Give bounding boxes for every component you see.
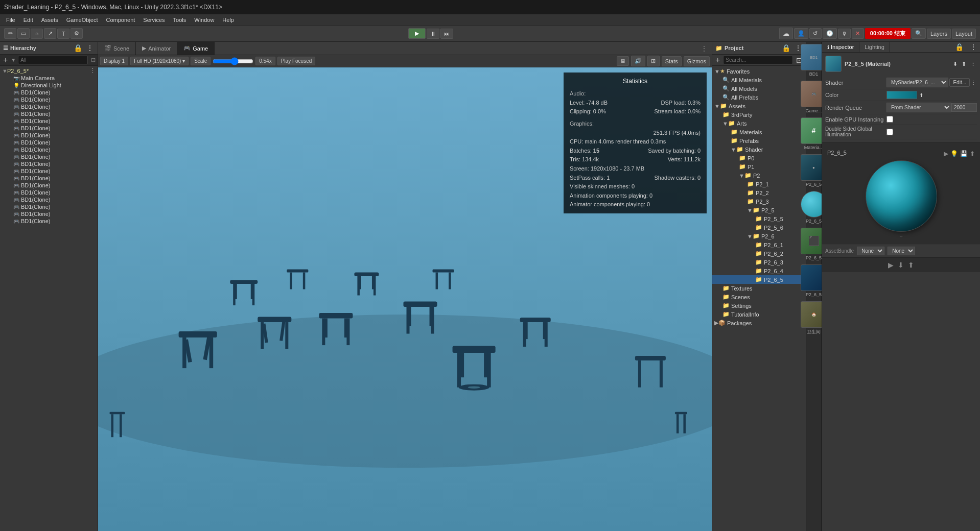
color-swatch[interactable] — [886, 91, 917, 99]
search-button[interactable]: 🔍 — [912, 28, 926, 39]
tree-item-bd1-10[interactable]: 🎮BD1(Clone) — [6, 153, 98, 160]
menu-gameobject[interactable]: GameObject — [62, 16, 102, 24]
tool-text[interactable]: T — [57, 29, 69, 39]
tree-item-bd1-7[interactable]: 🎮BD1(Clone) — [6, 132, 98, 139]
project-shader[interactable]: ▼ 📁 Shader — [712, 145, 806, 154]
game-play-focused[interactable]: Play Focused — [277, 57, 316, 65]
tab-scene[interactable]: 🎬 Scene — [98, 42, 136, 55]
tool-rect[interactable]: ▭ — [17, 28, 30, 39]
preview-play-btn[interactable]: ▶ — [944, 150, 948, 157]
project-p2-6-3[interactable]: 📁P2_6_3 — [712, 258, 806, 267]
tree-item-dir-light[interactable]: 💡 Directional Light — [6, 82, 98, 89]
timer-button[interactable]: 00:00:00 结束 — [865, 28, 911, 39]
menu-edit[interactable]: Edit — [19, 16, 37, 24]
project-p2-5-5[interactable]: 📁P2_5_5 — [712, 214, 806, 223]
shader-dropdown[interactable]: MyShader/P2_6_... — [886, 78, 948, 87]
inspector-menu-btn[interactable]: ⋮ — [967, 42, 980, 52]
tool-move[interactable]: ↗ — [44, 28, 56, 39]
project-p2-2[interactable]: 📁P2_2 — [712, 188, 806, 197]
play-button[interactable]: ▶ — [408, 28, 426, 39]
game-resolution-selector[interactable]: Full HD (1920x1080) ▾ — [130, 57, 189, 65]
project-scenes[interactable]: 📁Scenes — [712, 293, 806, 301]
project-p2-5-6[interactable]: 📁P2_5_6 — [712, 223, 806, 232]
shader-expand-btn[interactable]: ⋮ — [970, 80, 977, 85]
material-import-btn[interactable]: ⬇ — [952, 61, 959, 67]
collab-button[interactable]: ☁ — [779, 28, 793, 39]
project-p2-5[interactable]: ▼ 📁P2_5 — [712, 206, 806, 214]
hierarchy-menu-btn[interactable]: ⋮ — [85, 44, 95, 52]
tree-item-bd1-15[interactable]: 🎮BD1(Clone) — [6, 189, 98, 196]
project-p1[interactable]: 📁P1 — [712, 162, 806, 171]
tool-circle[interactable]: ○ — [31, 29, 43, 39]
insp-bottom-btn2[interactable]: ⬇ — [898, 261, 904, 269]
project-materials[interactable]: 📁 Materials — [712, 128, 806, 136]
tree-item-bd1-16[interactable]: 🎮BD1(Clone) — [6, 196, 98, 203]
game-vr-btn[interactable]: 🖥 — [617, 56, 629, 66]
project-p2-6[interactable]: ▼ 📁P2_6 — [712, 232, 806, 240]
tree-item-bd1-19[interactable]: 🎮BD1(Clone) — [6, 218, 98, 225]
tree-item-bd1-14[interactable]: 🎮BD1(Clone) — [6, 182, 98, 189]
menu-tools[interactable]: Tools — [169, 16, 191, 24]
menu-window[interactable]: Window — [190, 16, 218, 24]
project-all-models[interactable]: 🔍 All Models — [712, 84, 806, 93]
project-p2[interactable]: ▼ 📁P2 — [712, 171, 806, 180]
render-queue-value[interactable] — [951, 103, 977, 112]
menu-help[interactable]: Help — [218, 16, 238, 24]
gpu-instancing-checkbox[interactable] — [886, 116, 893, 123]
tree-item-bd1-8[interactable]: 🎮BD1(Clone) — [6, 139, 98, 146]
mic-button[interactable]: 🎙 — [838, 29, 851, 39]
project-search-input[interactable] — [723, 56, 793, 64]
close-button2[interactable]: ✕ — [852, 28, 864, 39]
hierarchy-add-object-btn[interactable]: + — [2, 56, 9, 65]
tree-item-bd1-5[interactable]: 🎮BD1(Clone) — [6, 117, 98, 125]
tree-item-bd1-4[interactable]: 🎮BD1(Clone) — [6, 110, 98, 117]
tree-item-bd1-3[interactable]: 🎮BD1(Clone) — [6, 103, 98, 110]
game-scale-slider[interactable] — [213, 57, 253, 65]
undo-button[interactable]: ↺ — [809, 28, 822, 39]
game-gizmos-btn[interactable]: Gizmos — [684, 56, 710, 66]
menu-services[interactable]: Services — [139, 16, 169, 24]
material-expand-btn[interactable]: ⬆ — [961, 61, 967, 67]
tool-settings[interactable]: ⚙ — [71, 28, 83, 39]
tab-lighting[interactable]: Lighting — [859, 42, 890, 52]
tab-game[interactable]: 🎮 Game — [177, 42, 215, 55]
tree-item-bd1-13[interactable]: 🎮BD1(Clone) — [6, 175, 98, 182]
tree-item-main-camera[interactable]: 📷 Main Camera — [6, 75, 98, 82]
project-arts[interactable]: ▼ 📁 Arts — [712, 119, 806, 128]
project-p0[interactable]: 📁P0 — [712, 154, 806, 162]
insp-bottom-btn3[interactable]: ⬆ — [908, 261, 914, 269]
tree-item-bd1-9[interactable]: 🎮BD1(Clone) — [6, 146, 98, 153]
project-textures[interactable]: 📁Textures — [712, 284, 806, 293]
layout-button[interactable]: Layout — [952, 29, 976, 39]
hierarchy-scope-btn[interactable]: ▼ — [11, 57, 16, 63]
game-grid-btn[interactable]: ⊞ — [647, 56, 660, 66]
project-all-prefabs[interactable]: 🔍 All Prefabs — [712, 93, 806, 102]
preview-save-btn[interactable]: 💾 — [960, 150, 968, 157]
hierarchy-search-input[interactable] — [18, 56, 88, 64]
tree-item-bd1-11[interactable]: 🎮BD1(Clone) — [6, 160, 98, 167]
asset-bundle-value1[interactable]: None — [857, 247, 884, 255]
pause-button[interactable]: ⏸ — [427, 29, 439, 39]
step-button[interactable]: ⏭ — [440, 29, 453, 39]
project-settings[interactable]: 📁Settings — [712, 301, 806, 310]
color-expand-btn[interactable]: ⬆ — [918, 92, 924, 98]
tree-item-bd1-12[interactable]: 🎮BD1(Clone) — [6, 167, 98, 175]
preview-expand-btn[interactable]: ⬆ — [970, 150, 975, 157]
project-p2-6-4[interactable]: 📁P2_6_4 — [712, 267, 806, 275]
insp-bottom-btn1[interactable]: ▶ — [888, 261, 894, 269]
project-p2-6-1[interactable]: 📁P2_6_1 — [712, 240, 806, 249]
account-button[interactable]: 👤 — [794, 28, 808, 39]
game-stats-btn[interactable]: Stats — [662, 56, 682, 66]
project-p2-3[interactable]: 📁P2_3 — [712, 197, 806, 206]
project-all-materials[interactable]: 🔍 All Materials — [712, 76, 806, 84]
tool-pen[interactable]: ✏ — [4, 28, 16, 39]
project-p2-6-5[interactable]: 📁P2_6_5 — [712, 275, 806, 284]
tree-item-bd1-6[interactable]: 🎮BD1(Clone) — [6, 125, 98, 132]
project-packages[interactable]: ▶ 📦 Packages — [712, 319, 806, 327]
asset-bundle-value2[interactable]: None — [888, 247, 915, 255]
tab-inspector[interactable]: ℹ Inspector — [822, 42, 859, 52]
preview-light-btn[interactable]: 💡 — [950, 150, 958, 157]
menu-file[interactable]: File — [2, 16, 19, 24]
project-prefabs[interactable]: 📁 Prefabs — [712, 136, 806, 145]
tree-item-bd1-2[interactable]: 🎮BD1(Clone) — [6, 96, 98, 103]
